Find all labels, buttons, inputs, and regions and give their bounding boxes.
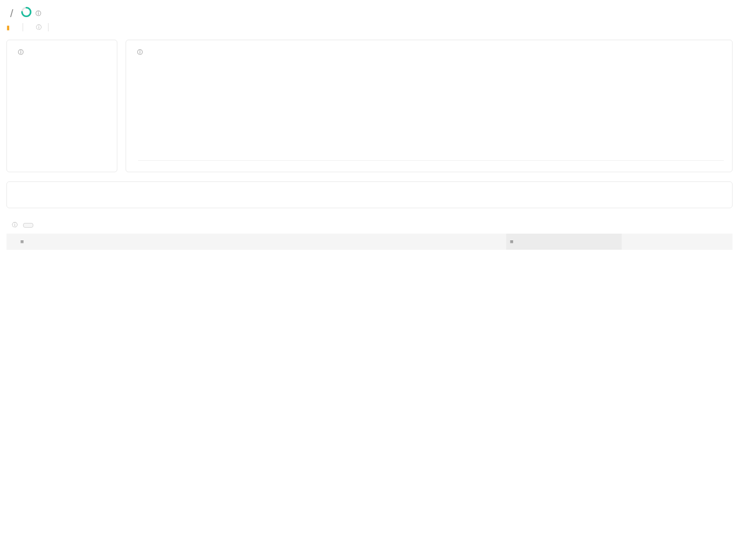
separator [48,23,48,31]
edit-list-button[interactable] [23,223,33,228]
sub-bar: ▮ ⓘ [6,23,733,31]
historical-chart [134,66,724,163]
info-icon[interactable]: ⓘ [137,48,143,56]
col-lcp[interactable] [622,234,659,250]
filter-icon[interactable]: ≡ [510,238,514,245]
bars-container [138,66,724,161]
analyzed-table: ≡ ≡ [6,234,733,250]
filter-icon[interactable]: ≡ [20,238,24,245]
info-icon[interactable]: ⓘ [12,221,18,229]
col-url[interactable]: ≡ [17,234,506,250]
metrics-card [6,181,733,208]
title-slash: / [10,7,13,20]
col-status[interactable]: ≡ [506,234,622,250]
y-axis-title [134,66,135,163]
col-cls[interactable] [696,234,733,250]
info-icon[interactable]: ⓘ [18,48,24,56]
separator [23,23,23,31]
page-status-donut [30,62,94,126]
info-icon[interactable]: ⓘ [36,10,41,18]
col-tbt[interactable] [659,234,696,250]
page-status-card: ⓘ [6,40,117,172]
historical-card: ⓘ [126,40,733,172]
analyzed-section: ⓘ ≡ ≡ [6,221,733,250]
card-title: ⓘ [134,48,724,56]
info-icon[interactable]: ⓘ [36,24,42,31]
lighthouse-icon: ▮ [6,24,10,31]
score-ring-icon [21,6,32,20]
card-title: ⓘ [15,48,109,56]
page-title: / ⓘ [6,6,733,20]
